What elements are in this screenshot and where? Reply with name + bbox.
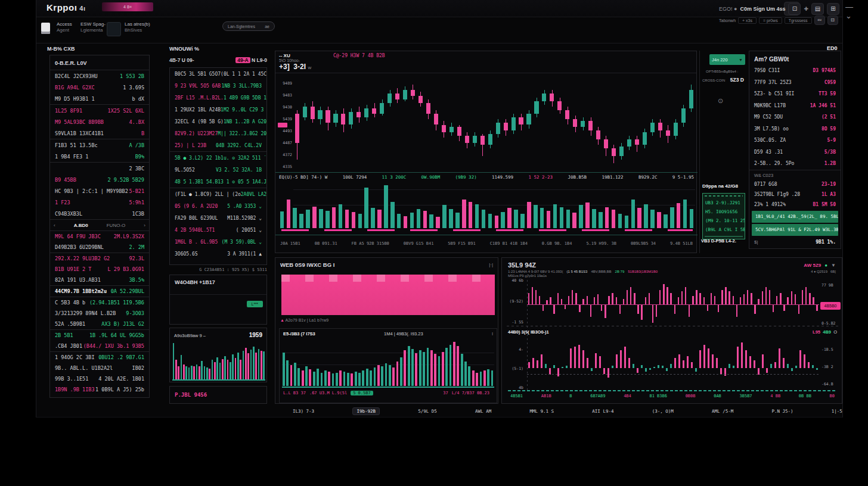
volume-chart[interactable] xyxy=(279,183,695,228)
menu-item-access[interactable]: AccessAgent xyxy=(57,21,72,33)
chart-bar xyxy=(741,342,743,368)
table-row[interactable]: (F1L ● 1.8C9) 2LL | (2o2A0VL LA23) xyxy=(170,188,266,200)
table-row[interactable]: .CB4 JB01(B44./ 1XU 3b.1 93B5 xyxy=(50,341,149,351)
segment-rows[interactable]: = pr0ws xyxy=(759,17,782,24)
table-row[interactable]: 2B 5B11B .9L 64 UL 9GG5b xyxy=(50,329,149,341)
table-row[interactable]: M9 5AL93BC 8B9BB4..BX xyxy=(50,116,149,127)
table-row[interactable]: B1G A94L G2XC1 3.69S xyxy=(50,82,149,93)
table-row[interactable]: 5Z3- b C51 9IITT3 59 xyxy=(749,88,841,100)
table-row[interactable]: 5B ● 3.L2) 22 1b1u. ⊙ 32A2 511 ˙ xyxy=(170,151,266,164)
table-row[interactable]: 1M6L B . 6L.9B5(M 3 59).0BL ⌄ xyxy=(170,236,266,248)
menu-item-esw[interactable]: ESW Spag-Lglementa xyxy=(80,21,106,33)
table-row[interactable]: 23% 1 4912%B1 5M 50 xyxy=(749,200,841,210)
depth-heatmap[interactable] xyxy=(281,275,495,315)
table-row[interactable]: 3M L7.5B) oo8O 59 xyxy=(749,123,841,135)
tab-abdo[interactable]: A.BD0 xyxy=(74,223,88,228)
table-row[interactable]: 1 29UX2 1BL A24B1M2 9..0L C29 3 1 xyxy=(170,104,266,116)
table-row[interactable]: FA29 B0L 6239ULM11B.529B2 ⌄ xyxy=(170,212,266,224)
table-row[interactable]: B1B U91E 2 TL 29 B3.0G91 xyxy=(50,264,149,275)
segment-gross[interactable]: Tgrsssess xyxy=(785,17,812,24)
table-row[interactable]: 4 2B 5940L.5T1( 20O51 ⌄ xyxy=(170,224,266,236)
osc-caret-icon[interactable]: ▼ xyxy=(831,263,836,268)
table-row[interactable]: 1 F235:9h1 xyxy=(50,197,149,208)
table-row[interactable]: F1B3 51 13.5BcA /3B xyxy=(50,139,149,151)
table-row[interactable]: 2 3BC xyxy=(50,162,149,174)
table-row[interactable]: 82A 191 U3.AB313B.5% xyxy=(50,275,149,285)
expand-icon[interactable]: |·| xyxy=(489,262,493,267)
depth-subchart[interactable]: E5-/3B3 (7 I7S3 1M4 | 49B3(. I93.23 I L.… xyxy=(279,328,497,403)
menu-item-las[interactable]: Las atres(b)BhSives xyxy=(125,21,150,33)
table-row[interactable]: 1B9N .9B 1IB31 0B9L A J5) 25b xyxy=(50,384,149,395)
document-icon[interactable] xyxy=(41,23,50,34)
depth-bars[interactable] xyxy=(282,339,494,386)
table-row[interactable]: 530C.0S. ZA5-9 xyxy=(749,135,841,147)
table-row[interactable]: 99B 3..1E514 20L A2E. 1B01 xyxy=(50,373,149,384)
table-row[interactable]: 52A .5B9B1AX3 B) J13L G2 xyxy=(50,319,149,329)
table-row[interactable]: 1 94OG 2C 3BI0BU12 .2 9B7.G1 xyxy=(50,351,149,363)
add-icon[interactable]: ✚ xyxy=(804,6,808,12)
tab-arrow-right-icon[interactable]: › xyxy=(144,223,145,228)
candlestick-chart[interactable] xyxy=(293,79,695,170)
promo-banner[interactable]: 4 8≡ xyxy=(102,2,153,11)
table-row[interactable]: 3O6O5.6S3 A 3911(1 ▲ xyxy=(170,248,266,260)
highlight-row[interactable]: 5CV.5BH6PAl 91L & F2L.49 W3L.3B xyxy=(752,224,838,236)
table-row[interactable]: 77F9 37L 25Z3C959 xyxy=(749,77,841,89)
table-row[interactable]: B2C4L J2CX93HU1 S53 2B xyxy=(50,70,149,82)
main-chart-panel[interactable]: -- XU C@-29 H3W 7 4B B2B 5\O 10hoo- +3] … xyxy=(275,51,697,253)
order-action-button[interactable]: L*** xyxy=(247,301,263,307)
oscillator-bars[interactable] xyxy=(527,282,819,323)
row-value: TT3 59 xyxy=(819,91,836,96)
table-row[interactable]: S9VLA1B 13XC41B1B xyxy=(50,127,149,139)
tab-funoto[interactable]: FUNO-O xyxy=(107,223,126,228)
table-row[interactable]: 292.X.22 9LU3B2 G292.3L xyxy=(50,253,149,264)
table-row[interactable]: 32ECL 4 (9B 5B G)1NB 1..2B A G20E 1 xyxy=(170,116,266,127)
table-row[interactable]: C94B3XB3L1C3B xyxy=(50,208,149,219)
table-row[interactable]: 2BF L15 .M.L.B2L.1 4B9 G9B 5DB 1 xyxy=(170,92,266,104)
app-logo[interactable]: Krppoı4ı xyxy=(46,2,86,13)
table-row[interactable]: D49B2B3 6U2D9BNL2. 2M xyxy=(50,242,149,253)
table-row[interactable]: 44CM9.7B 1BBt2m2u0A 52.29BUL xyxy=(50,285,149,297)
table-row[interactable]: M0K9BC L17B1A J46 51 xyxy=(749,100,841,112)
table-row[interactable]: HC 9B3 | 2:C:1 | M9Y9BB25-B21 xyxy=(50,185,149,197)
table-row[interactable]: 25) | L 23B04B 3292. C4L.2V xyxy=(170,139,266,151)
grid-icon[interactable]: ⊞ xyxy=(827,3,839,15)
table-row[interactable]: 3/3213299 89N4 L.B2B9-3O03 xyxy=(50,308,149,319)
table-row[interactable]: 9B.. ABL.L. U1B2A2lIB02 xyxy=(50,363,149,373)
table-row[interactable]: 3S2T9BL F1g9 .281L A3 xyxy=(749,189,841,200)
card-icon[interactable]: ▤ xyxy=(811,3,824,15)
table-row[interactable]: 9 23 V9L 5O5 6AB1NB 3 3LL.79B3 xyxy=(170,80,266,92)
table-row[interactable]: D59 43 .315/3B xyxy=(749,147,841,158)
table-row[interactable]: 1L25 8F911X25 S2L 6XL xyxy=(50,104,149,116)
table-row[interactable]: 1 9B4 FE3 1B9% xyxy=(50,151,149,162)
table-row[interactable]: M9 C52 5DU(2 51 xyxy=(749,111,841,123)
table-row[interactable]: 0717 6G823-19 xyxy=(749,179,841,189)
theme-swatch[interactable] xyxy=(107,22,121,36)
axis-label: 4335 xyxy=(277,164,292,169)
table-row[interactable]: C 5B3 4B b(2.94.1B51 1I9.5B6 xyxy=(50,297,149,308)
table-row[interactable]: 9L.5O52V3 2. 52 32A. 1B xyxy=(170,164,266,176)
deposit-box[interactable]: UB3 2-9).J291H5. I0O91656(M9 2. 10-11 25… xyxy=(702,193,745,239)
status-footer[interactable]: IL3) 7-3I9b-92B5/9L D5AWL AMMML 9.1 SAII… xyxy=(293,407,842,415)
table-row[interactable]: 82V9.2) U223M27M|| 322..3.8G2 203 xyxy=(170,127,266,139)
highlight-row[interactable]: 1B1_9L0_/41 42B._59(2L_ 89. 5BL.89 xyxy=(752,211,838,223)
tab-arrow-left-icon[interactable]: ‹ xyxy=(54,223,55,228)
wallet-icon[interactable]: ⊡ xyxy=(788,3,801,15)
table-row[interactable]: 0S (9 6. A 2U205 .A0 3353 ⌄ xyxy=(170,200,266,212)
table-row[interactable]: 4B 5 1.3B1 54.B13 1 ⊙ 05 5 1A4.J xyxy=(170,176,266,188)
search-input[interactable]: Lan-Sgtemtres ae xyxy=(222,21,275,31)
target-icon[interactable]: ⊙ xyxy=(718,97,723,105)
histogram-bars[interactable] xyxy=(527,340,819,391)
table-row[interactable]: B9 45BB2 9.52B 5B29 xyxy=(50,174,149,185)
panel-icon[interactable]: ⊡ xyxy=(827,15,838,25)
mini-area-chart[interactable] xyxy=(172,341,265,381)
pair-selector[interactable]: J4n 220 ▼ xyxy=(709,54,745,65)
segment-add[interactable]: + x3s xyxy=(738,17,757,24)
cu-button[interactable]: cu xyxy=(814,15,825,25)
table-row[interactable]: M9L 64 F9U JB3C2M.L9.3S2X xyxy=(50,231,149,242)
balances-highlight-rows[interactable]: 1B1_9L0_/41 42B._59(2L_ 89. 5BL.895CV.5B… xyxy=(749,211,841,236)
window-controls[interactable]: —⌄ xyxy=(845,2,868,20)
table-row[interactable]: 79S0 C31ID3 974A5 xyxy=(749,65,841,77)
table-row[interactable]: 2-5B.. 29. 5Po1.2B xyxy=(749,158,841,170)
table-row[interactable]: B0C5 3L 5B1 G5O7(0L 1 1 2A 1 45C4 xyxy=(170,68,266,80)
table-row[interactable]: M9 D5 H93B1 1b dX xyxy=(50,93,149,104)
